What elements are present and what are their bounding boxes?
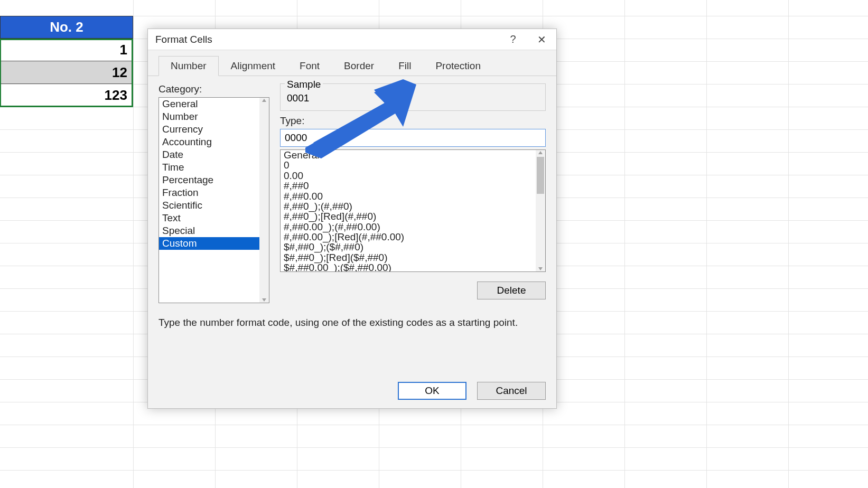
cell-a3[interactable]: 12 <box>0 61 133 84</box>
format-item[interactable]: $#,##0.00_);($#,##0.00) <box>281 262 545 272</box>
svg-marker-3 <box>538 267 543 270</box>
tab-border[interactable]: Border <box>332 56 386 76</box>
dialog-title: Format Cells <box>155 34 212 45</box>
category-scrollbar[interactable] <box>259 98 269 303</box>
cell-a2[interactable]: 1 <box>0 39 133 61</box>
cancel-button[interactable]: Cancel <box>477 382 546 400</box>
category-label: Category: <box>158 83 269 95</box>
tab-alignment[interactable]: Alignment <box>219 56 288 76</box>
format-item[interactable]: #,##0.00_);(#,##0.00) <box>281 222 545 232</box>
chevron-down-icon[interactable] <box>538 266 543 271</box>
category-item[interactable]: Fraction <box>159 186 269 199</box>
category-item-selected[interactable]: Custom <box>159 237 269 250</box>
svg-marker-0 <box>262 99 266 102</box>
category-item[interactable]: Percentage <box>159 174 269 186</box>
tab-font[interactable]: Font <box>287 56 332 76</box>
delete-button[interactable]: Delete <box>477 281 546 299</box>
help-icon[interactable]: ? <box>506 32 520 47</box>
format-item[interactable]: #,##0_);[Red](#,##0) <box>281 211 545 221</box>
svg-marker-1 <box>262 298 266 302</box>
tab-number[interactable]: Number <box>158 56 219 76</box>
type-format-list[interactable]: General 0 0.00 #,##0 #,##0.00 #,##0_);(#… <box>280 149 546 272</box>
scrollbar-thumb[interactable] <box>537 157 544 194</box>
ok-button[interactable]: OK <box>398 382 466 400</box>
chevron-down-icon[interactable] <box>262 297 267 303</box>
cell-a4[interactable]: 123 <box>0 84 133 107</box>
category-item[interactable]: Time <box>159 161 269 174</box>
category-item[interactable]: Text <box>159 212 269 224</box>
category-item[interactable]: Special <box>159 224 269 237</box>
category-item[interactable]: Date <box>159 148 269 161</box>
format-item[interactable]: #,##0.00 <box>281 191 545 201</box>
format-item[interactable]: #,##0.00_);[Red](#,##0.00) <box>281 232 545 242</box>
category-item[interactable]: Scientific <box>159 199 269 212</box>
category-item[interactable]: Accounting <box>159 136 269 148</box>
format-item[interactable]: $#,##0_);($#,##0) <box>281 242 545 252</box>
column-header-cell[interactable]: No. 2 <box>0 16 133 39</box>
type-list-scrollbar[interactable] <box>536 150 545 271</box>
dialog-titlebar: Format Cells ? ✕ <box>148 29 556 50</box>
dialog-tabs: Number Alignment Font Border Fill Protec… <box>148 50 556 76</box>
format-item[interactable]: #,##0 <box>281 181 545 191</box>
format-item[interactable]: 0 <box>281 160 545 170</box>
hint-text: Type the number format code, using one o… <box>158 317 546 329</box>
tab-protection[interactable]: Protection <box>423 56 493 76</box>
type-input[interactable] <box>280 129 546 147</box>
type-label: Type: <box>280 115 546 127</box>
format-item[interactable]: #,##0_);(#,##0) <box>281 201 545 211</box>
format-item[interactable]: $#,##0_);[Red]($#,##0) <box>281 252 545 262</box>
format-cells-dialog: Format Cells ? ✕ Number Alignment Font B… <box>147 29 557 409</box>
category-item[interactable]: Number <box>159 110 269 123</box>
sample-box: Sample 0001 <box>280 83 546 111</box>
category-item[interactable]: Currency <box>159 123 269 136</box>
format-item[interactable]: 0.00 <box>281 171 545 181</box>
chevron-up-icon[interactable] <box>538 150 543 155</box>
svg-marker-2 <box>538 151 543 154</box>
category-item[interactable]: General <box>159 98 269 110</box>
category-list[interactable]: General Number Currency Accounting Date … <box>158 97 269 303</box>
sample-value: 0001 <box>287 89 539 104</box>
tab-fill[interactable]: Fill <box>386 56 423 76</box>
format-item[interactable]: General <box>281 150 545 160</box>
sample-label: Sample <box>285 79 323 90</box>
chevron-up-icon[interactable] <box>262 98 267 103</box>
close-icon[interactable]: ✕ <box>534 32 549 47</box>
